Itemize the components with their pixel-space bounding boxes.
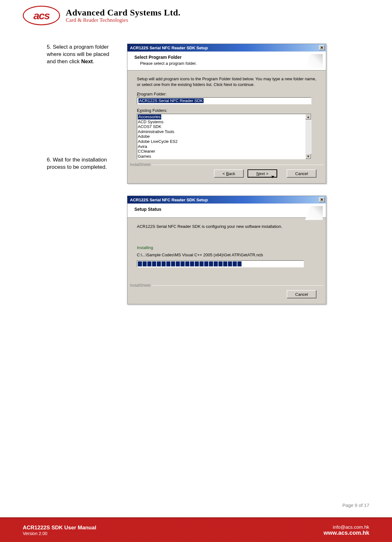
installshield-label: InstallShield (130, 162, 152, 167)
program-folder-input[interactable]: ACR122S Serial NFC Reader SDK (137, 97, 311, 104)
list-item[interactable]: Accessories (138, 114, 161, 119)
footer-version: Version 2.00 (23, 531, 96, 536)
list-item[interactable]: ACOS7 SDK (138, 124, 310, 129)
program-folder-label: Program Folder: (137, 92, 316, 96)
installshield-label: InstallShield (130, 283, 152, 288)
close-icon[interactable]: ✕ (319, 45, 325, 50)
footer: ACR1222S SDK User Manual Version 2.00 in… (0, 517, 392, 542)
list-item[interactable]: CCleaner (138, 149, 310, 154)
scrollbar[interactable]: ▲ ▼ (305, 114, 311, 159)
dialog-select-program-folder: ACR122S Serial NFC Reader SDK Setup ✕ Se… (127, 44, 326, 184)
close-icon[interactable]: ✕ (319, 197, 325, 202)
progress-bar (137, 260, 304, 267)
step-5-text: 5. Select a program folder where icons w… (47, 44, 119, 65)
document-header: acs Advanced Card Systems Ltd. Card & Re… (0, 6, 392, 25)
step-6-text: 6. Wait for the installation process to … (47, 156, 119, 171)
list-item[interactable]: Avira (138, 144, 310, 149)
scroll-down-icon[interactable]: ▼ (305, 154, 311, 159)
list-item[interactable]: Games (138, 154, 310, 159)
cancel-button[interactable]: Cancel (287, 169, 316, 178)
logo-icon: acs (23, 6, 60, 25)
scroll-up-icon[interactable]: ▲ (305, 114, 311, 119)
list-item[interactable]: Adobe LiveCycle ES2 (138, 139, 310, 144)
titlebar[interactable]: ACR122S Serial NFC Reader SDK Setup ✕ (127, 44, 326, 52)
next-button[interactable]: Next >➤ (248, 169, 277, 178)
footer-website: www.acs.com.hk (324, 530, 369, 536)
back-button[interactable]: < Back (214, 169, 244, 178)
footer-email: info@acs.com.hk (324, 524, 369, 530)
dialog-header: Setup Status (134, 207, 319, 212)
dialog-header: Select Program Folder (134, 55, 319, 60)
existing-folders-label: Existing Folders: (137, 108, 316, 113)
dialog-title: ACR122S Serial NFC Reader SDK Setup (130, 198, 208, 202)
cursor-icon: ➤ (270, 174, 276, 180)
titlebar[interactable]: ACR122S Serial NFC Reader SDK Setup ✕ (127, 196, 326, 204)
dialog-body-text: Setup will add program icons to the Prog… (137, 76, 316, 87)
dialog-setup-status: ACR122S Serial NFC Reader SDK Setup ✕ Se… (127, 196, 326, 304)
dialog-title: ACR122S Serial NFC Reader SDK Setup (130, 46, 208, 50)
footer-doc-title: ACR1222S SDK User Manual (23, 525, 96, 531)
existing-folders-listbox[interactable]: Accessories ACD Systems ACOS7 SDK Admini… (137, 114, 311, 159)
dialog-subtitle: Please select a program folder. (134, 61, 319, 66)
installing-label: Installing (137, 245, 316, 250)
company-name: Advanced Card Systems Ltd. (66, 8, 181, 17)
company-tagline: Card & Reader Technologies (66, 17, 181, 23)
cancel-button[interactable]: Cancel (287, 290, 316, 298)
status-text: ACR122S Serial NFC Reader SDK is configu… (137, 224, 316, 229)
list-item[interactable]: ACD Systems (138, 119, 310, 125)
list-item[interactable]: Adobe (138, 134, 310, 139)
install-path: C:\...\Sample Codes\MS Visual C++ 2005 (… (137, 253, 316, 257)
list-item[interactable]: Administrative Tools (138, 129, 310, 134)
page-number: Page 9 of 17 (342, 502, 369, 508)
